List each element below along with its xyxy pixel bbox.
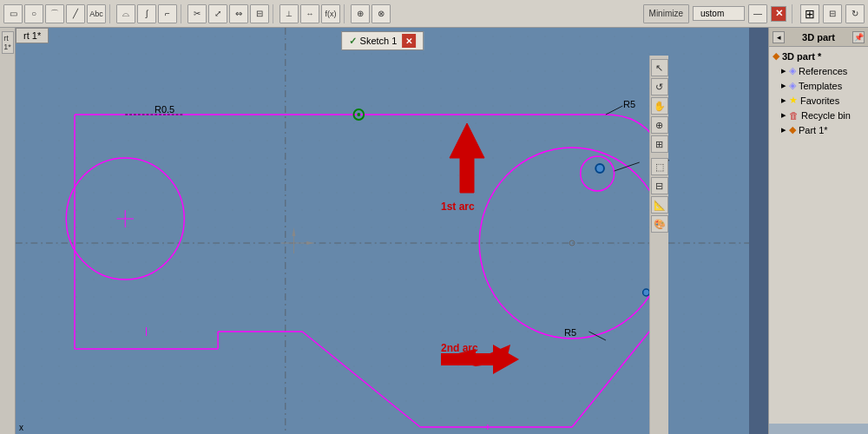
canvas-area[interactable]: ✓ Sketch 1 ✕ rt 1* — [16, 28, 749, 434]
svg-rect-1 — [16, 28, 749, 434]
section-tool[interactable]: ⊟ — [651, 177, 668, 194]
pan-tool[interactable]: ✋ — [651, 97, 668, 115]
intersect-tool[interactable]: ⊗ — [372, 4, 391, 23]
expand-icon-favorites: ▸ — [781, 95, 786, 106]
sketch-check-icon: ✓ — [349, 36, 357, 47]
project-tool[interactable]: ⊕ — [351, 4, 370, 23]
second-arc-annotation: 2nd arc — [441, 340, 580, 392]
rotate-view-tool[interactable]: ↺ — [651, 78, 668, 95]
mirror-tool[interactable]: ⇔ — [229, 4, 248, 23]
right-tools-strip: ↖ ↺ ✋ ⊕ ⊞ ⬚ ⊟ 📐 🎨 ? — [649, 56, 668, 434]
expand-icon-refs: ▸ — [781, 65, 786, 76]
sketch-close-button[interactable]: ✕ — [402, 34, 416, 48]
toolbar: ▭ ○ ⌒ ╱ Abc ⌓ ∫ ⌐ ✂ ⤢ ⇔ ⊟ ⊥ ↔ f(x) ⊕ ⊗ M… — [0, 0, 868, 28]
tree-icon-recycle: 🗑 — [789, 110, 799, 121]
tree-item-3dpart[interactable]: ◆ 3D part * — [771, 49, 866, 63]
view3d-tool[interactable]: ⬚ — [651, 158, 668, 175]
close-button[interactable]: ✕ — [771, 6, 786, 22]
color-tool[interactable]: 🎨 — [651, 215, 668, 233]
tree-item-part1[interactable]: ▸ ◆ Part 1* — [771, 122, 866, 137]
left-tabs: rt 1* — [0, 28, 16, 434]
right-panel-header: ◂ 3D part 📌 — [769, 28, 868, 47]
tb-sep1 — [109, 4, 113, 23]
arc-tool[interactable]: ⌒ — [45, 4, 64, 23]
toolbar-right: Minimize ustom — ✕ ⊞ ⊟ ↻ — [643, 4, 865, 23]
xy-label: x — [19, 423, 23, 432]
tree-label-recycle: Recycle bin — [801, 110, 851, 121]
sketch-tab-label: ✓ Sketch 1 ✕ — [341, 31, 424, 50]
tree-icon-3dpart: ◆ — [773, 50, 779, 62]
tb-sep4 — [344, 4, 347, 23]
arrow-tool[interactable]: ↖ — [651, 59, 668, 76]
right-panel-scrollbar[interactable] — [769, 424, 868, 434]
sketch-tab: ✓ Sketch 1 ✕ — [341, 31, 424, 50]
svg-marker-33 — [450, 123, 484, 193]
tree-panel: ◆ 3D part * ▸ ◈ References ▸ ◈ Templates… — [769, 47, 868, 424]
part-tab[interactable]: rt 1* — [2, 31, 14, 54]
svg-point-23 — [357, 113, 360, 116]
tree-label-references: References — [799, 66, 847, 76]
sketch-svg — [16, 28, 749, 434]
zoom-tool[interactable]: ⊕ — [651, 116, 668, 134]
svg-text:1st arc: 1st arc — [441, 201, 475, 213]
main-area: rt 1* ✓ Sketch 1 ✕ rt 1* — [0, 28, 868, 434]
fillet-tool[interactable]: ⌐ — [158, 4, 177, 23]
panel-collapse-icon[interactable]: ◂ — [773, 31, 785, 43]
tree-label-templates: Templates — [799, 81, 842, 91]
sketch-tab-name: Sketch 1 — [360, 36, 398, 46]
tree-icon-part1: ◆ — [789, 124, 796, 135]
rectangle-tool[interactable]: ▭ — [3, 4, 23, 23]
rotate-button[interactable]: ↻ — [845, 4, 865, 23]
minimize-button[interactable]: Minimize — [643, 4, 689, 23]
tree-label-favorites: Favorites — [800, 95, 839, 106]
tree-label-part1: Part 1* — [799, 125, 828, 135]
tree-label-3dpart: 3D part * — [782, 51, 821, 62]
curve-tool[interactable]: ⌓ — [116, 4, 135, 23]
tb-sep3 — [273, 4, 276, 23]
svg-point-24 — [595, 164, 604, 173]
circle-tool[interactable]: ○ — [24, 4, 43, 23]
text-tool[interactable]: Abc — [87, 4, 106, 23]
formula-tool[interactable]: f(x) — [321, 4, 340, 23]
panel-pin-icon[interactable]: 📌 — [852, 31, 865, 43]
right-panel-title: 3D part — [802, 32, 835, 43]
line-tool[interactable]: ╱ — [66, 4, 85, 23]
measure-tool[interactable]: 📐 — [651, 196, 668, 214]
tree-item-templates[interactable]: ▸ ◈ Templates — [771, 78, 866, 93]
tree-item-favorites[interactable]: ▸ ★ Favorites — [771, 93, 866, 108]
constraint-tool[interactable]: ⊥ — [279, 4, 299, 23]
expand-icon-part1: ▸ — [781, 124, 786, 135]
right-panel: ◂ 3D part 📌 ◆ 3D part * ▸ ◈ References ▸… — [768, 28, 868, 434]
spline-tool[interactable]: ∫ — [137, 4, 156, 23]
trim-tool[interactable]: ✂ — [187, 4, 207, 23]
offset-tool[interactable]: ⊟ — [250, 4, 269, 23]
fit-tool[interactable]: ⊞ — [651, 135, 668, 153]
svg-text:2nd arc: 2nd arc — [441, 342, 478, 354]
grid-button[interactable]: ⊞ — [800, 4, 819, 23]
tb-sep5 — [792, 4, 795, 23]
part-tab-label[interactable]: rt 1* — [16, 28, 49, 43]
dimension-tool[interactable]: ↔ — [300, 4, 319, 23]
extend-tool[interactable]: ⤢ — [208, 4, 227, 23]
dash-button[interactable]: — — [748, 4, 767, 23]
tree-icon-favorites: ★ — [789, 95, 798, 106]
tree-icon-references: ◈ — [789, 65, 796, 76]
expand-icon-recycle: ▸ — [781, 109, 786, 121]
view-button[interactable]: ⊟ — [823, 4, 842, 23]
tb-sep2 — [181, 4, 184, 23]
tree-item-recycle[interactable]: ▸ 🗑 Recycle bin — [771, 108, 866, 122]
custom-label: ustom — [693, 6, 745, 21]
tree-item-references[interactable]: ▸ ◈ References — [771, 63, 866, 78]
tree-icon-templates: ◈ — [789, 80, 796, 91]
first-arc-annotation: 1st arc — [441, 123, 528, 236]
expand-icon-templates: ▸ — [781, 80, 786, 91]
